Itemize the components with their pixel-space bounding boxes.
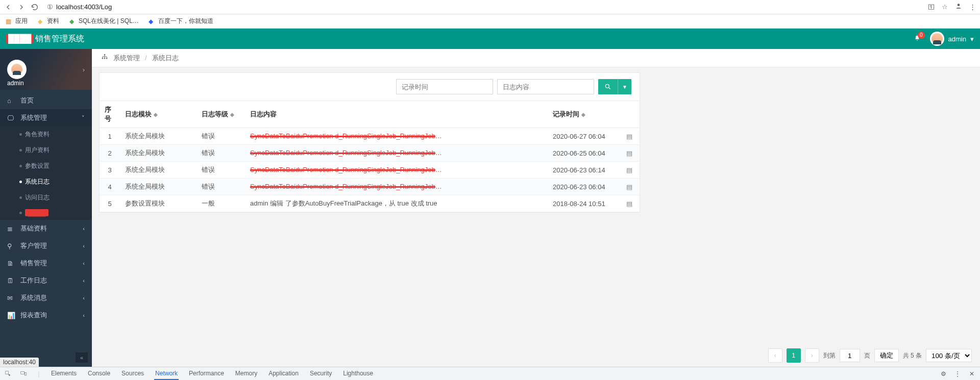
user-menu[interactable]: admin ▾: [930, 32, 974, 46]
page-size-select[interactable]: 100 条/页: [926, 349, 972, 362]
devtools-kebab-icon[interactable]: ⋮: [953, 370, 962, 378]
log-table: 序号 日志模块◆ 日志等级◆ 日志内容 记录时间◆ 1系统全局模块错误SyncD…: [100, 100, 640, 212]
th-content[interactable]: 日志内容: [245, 101, 548, 128]
profile-icon[interactable]: [955, 3, 962, 11]
svg-rect-3: [104, 58, 105, 59]
th-index[interactable]: 序号: [100, 101, 120, 128]
bookmark-icon: ◆: [147, 17, 155, 26]
forward-icon[interactable]: [17, 3, 26, 11]
devtools-tab-console[interactable]: Console: [87, 368, 111, 380]
cell-detail[interactable]: ▤: [619, 195, 640, 212]
detail-icon: ▤: [626, 166, 632, 174]
main: 系统管理 / 系统日志 ▼: [92, 49, 980, 367]
key-icon[interactable]: ⚿: [928, 3, 935, 11]
page-goto-confirm[interactable]: 确定: [874, 349, 899, 362]
url-bar[interactable]: ① localhost:4003/Log: [47, 3, 112, 11]
devtools-close-icon[interactable]: ✕: [968, 370, 976, 378]
chevron-left-icon: ‹: [83, 277, 85, 284]
notification-bell[interactable]: 0: [914, 35, 921, 43]
sidebar-username: admin: [7, 80, 24, 87]
breadcrumb-seg1[interactable]: 系统管理: [113, 54, 140, 63]
cell-detail[interactable]: ▤: [619, 145, 640, 162]
cell-time: 2020-06-23 06:04: [548, 179, 619, 195]
sidebar-item-客户管理[interactable]: ⚲客户管理‹: [0, 237, 92, 255]
log-panel: ▼ 序号 日志模块◆ 日志等级◆ 日志内容 记录时间◆: [99, 72, 640, 213]
inspect-icon[interactable]: [4, 370, 12, 378]
sidebar-item-销售管理[interactable]: 🗎销售管理‹: [0, 255, 92, 272]
sidebar-item-工作日志[interactable]: 🗓工作日志‹: [0, 272, 92, 289]
svg-rect-7: [21, 371, 24, 374]
bookmark-item[interactable]: ◆SQL在线美化 | SQL…: [67, 17, 139, 26]
star-icon[interactable]: ☆: [942, 3, 948, 11]
sidebar-subitem[interactable]: 角色资料: [0, 126, 92, 142]
chart-icon: 📊: [7, 312, 16, 319]
cell-detail[interactable]: ▤: [619, 179, 640, 195]
sidebar-collapse-button[interactable]: «: [76, 352, 88, 363]
devtools-settings-icon[interactable]: ⚙: [939, 370, 947, 378]
devtools-tab-sources[interactable]: Sources: [120, 368, 145, 380]
cell-time: 2018-08-24 10:51: [548, 195, 619, 212]
sidebar-subitem[interactable]: ████: [0, 206, 92, 220]
search-button[interactable]: [598, 79, 618, 94]
bookmark-item[interactable]: ◆资料: [36, 17, 59, 26]
sidebar-subitem[interactable]: 系统日志: [0, 174, 92, 190]
page-next-button[interactable]: ›: [805, 348, 819, 363]
cell-detail[interactable]: ▤: [619, 162, 640, 179]
cell-detail[interactable]: ▤: [619, 128, 640, 145]
devtools-tab-memory[interactable]: Memory: [234, 368, 258, 380]
devtools-tab-application[interactable]: Application: [267, 368, 300, 380]
devtools-tab-lighthouse[interactable]: Lighthouse: [342, 368, 374, 380]
devtools-tab-network[interactable]: Network: [154, 368, 179, 380]
devtools-tab-security[interactable]: Security: [309, 368, 333, 380]
bookmark-item[interactable]: ◆百度一下，你就知道: [147, 17, 213, 26]
sidebar-subitem[interactable]: 用户资料: [0, 142, 92, 158]
devtools-tab-elements[interactable]: Elements: [50, 368, 78, 380]
sidebar-item-系统管理[interactable]: 🖵系统管理˅: [0, 109, 92, 126]
sidebar-item-首页[interactable]: ⌂首页: [0, 92, 92, 109]
sidebar-subitem-label: 用户资料: [25, 146, 50, 155]
kebab-menu-icon[interactable]: ⋮: [969, 3, 976, 11]
cell-content: SyncDataToBaiduPromotion d_RunningSingle…: [245, 162, 548, 179]
svg-rect-2: [102, 58, 103, 59]
sidebar-subitem[interactable]: 访问日志: [0, 190, 92, 206]
apps-label: 应用: [15, 17, 28, 26]
filter-time-input[interactable]: [396, 79, 493, 94]
page-goto-input[interactable]: [840, 349, 860, 362]
layers-icon: ≣: [7, 225, 16, 233]
filter-content-input[interactable]: [497, 79, 594, 94]
reload-icon[interactable]: [31, 3, 39, 11]
site-info-icon[interactable]: ①: [47, 3, 53, 11]
th-level[interactable]: 日志等级◆: [197, 101, 245, 128]
sidebar-profile[interactable]: admin ›: [0, 49, 92, 90]
detail-icon: ▤: [626, 133, 632, 140]
table-row: 4系统全局模块错误SyncDataToBaiduPromotion d_Runn…: [100, 179, 640, 195]
sidebar-item-报表查询[interactable]: 📊报表查询‹: [0, 307, 92, 324]
sidebar-subitem[interactable]: 参数设置: [0, 158, 92, 174]
detail-icon: ▤: [626, 200, 632, 208]
page-prev-button[interactable]: ‹: [768, 348, 782, 363]
sidebar-item-基础资料[interactable]: ≣基础资料‹: [0, 220, 92, 237]
svg-rect-1: [104, 54, 105, 55]
sidebar-subitem-label: 角色资料: [25, 130, 50, 139]
cell-module: 参数设置模块: [120, 195, 197, 212]
search-dropdown-button[interactable]: ▼: [618, 79, 631, 94]
sidebar-subitem-label: ████: [25, 209, 48, 216]
table-row: 2系统全局模块错误SyncDataToBaiduPromotion d_Runn…: [100, 145, 640, 162]
apps-grid-icon: ▦: [4, 17, 12, 26]
svg-rect-6: [6, 371, 9, 374]
sidebar-item-label: 工作日志: [20, 276, 47, 285]
device-toggle-icon[interactable]: [19, 370, 28, 378]
page-goto-label: 到第: [823, 351, 836, 360]
sort-icon: ◆: [230, 112, 234, 117]
th-module[interactable]: 日志模块◆: [120, 101, 197, 128]
avatar-icon: [7, 60, 27, 79]
brand[interactable]: ████ 销售管理系统: [6, 34, 84, 44]
devtools-tab-performance[interactable]: Performance: [188, 368, 225, 380]
back-icon[interactable]: [4, 3, 12, 11]
apps-launcher[interactable]: ▦ 应用: [4, 17, 28, 26]
sidebar-item-系统消息[interactable]: ✉系统消息‹: [0, 289, 92, 307]
th-time[interactable]: 记录时间◆: [548, 101, 619, 128]
page-number-button[interactable]: 1: [787, 348, 801, 363]
filter-toolbar: ▼: [100, 73, 640, 100]
cell-index: 1: [100, 128, 120, 145]
